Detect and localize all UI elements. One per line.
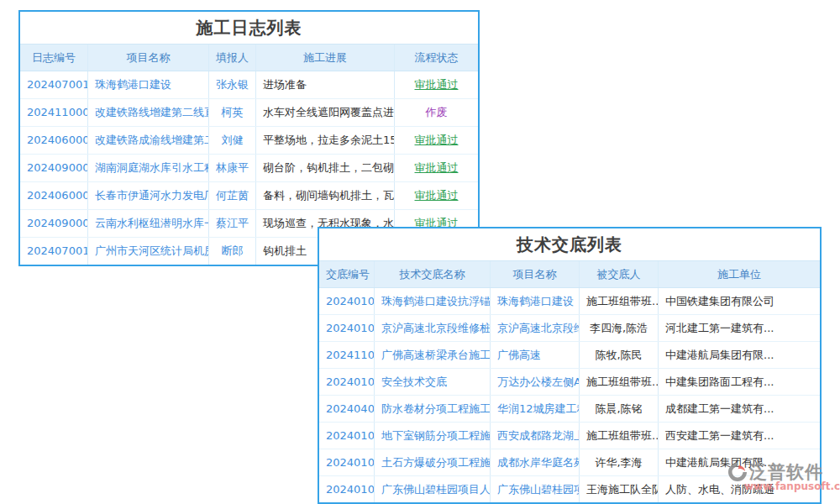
log-id-link[interactable]: 2024110002 [20,99,88,126]
project-name-link[interactable]: 珠海鹤港口建设 [88,71,209,98]
construction-log-title: 施工日志列表 [20,12,478,44]
disclosure-name-link[interactable]: 珠海鹤港口建设抗浮锚杆... [375,288,491,314]
reporter-name: 蔡江平 [209,210,256,237]
disclosure-name-link[interactable]: 安全技术交底 [375,369,491,395]
column-header-disclosure-name: 技术交底名称 [375,261,491,287]
receiver-name: 陈牧,陈民 [580,342,659,368]
disclosure-name-link[interactable]: 京沪高速北京段维修桩帽... [375,315,491,341]
table-row: 2024060005 长春市伊通河水力发电厂... 何芷茵 备料，砌间墙钩机排土… [20,182,478,210]
construction-unit: 河北建工第一建筑有... [659,315,820,341]
reporter-name: 刘健 [209,127,256,154]
column-header-reporter: 填报人 [209,45,256,71]
table-row: 2024010002 地下室钢筋分项工程施工... 西安成都路龙湖上... 施工… [319,423,820,449]
receiver-name: 许华,李海 [580,449,659,475]
log-id-link[interactable]: 2024070011 [20,238,88,265]
column-header-disclosure-id: 交底编号 [319,261,375,287]
column-header-construction-unit: 施工单位 [659,261,820,287]
disclosure-name-link[interactable]: 广东佛山碧桂园项目人防... [375,476,491,502]
column-header-project-name: 项目名称 [491,261,580,287]
reporter-name: 柯英 [209,99,256,126]
table-row: 2024010004 京沪高速北京段维修桩帽... 京沪高速北京段维修 李四海,… [319,315,820,342]
column-header-log-id: 日志编号 [20,45,88,71]
status-badge[interactable]: 作废 [395,99,478,126]
watermark: 泛普软件 www.fanpusoft.com [727,460,840,492]
tech-disclosure-title: 技术交底列表 [319,228,820,260]
construction-unit: 西安建工第一建筑有... [659,423,820,449]
column-header-receiver: 被交底人 [580,261,659,287]
project-name-link[interactable]: 万达办公楼左侧A... [491,369,580,395]
reporter-name: 断郎 [209,238,256,265]
column-header-project-name: 项目名称 [88,45,209,71]
log-id-link[interactable]: 2024070011 [20,71,88,98]
receiver-name: 王海施工队全队 [580,476,659,502]
disclosure-id-link[interactable]: 2024010003 [319,369,375,395]
disclosure-name-link[interactable]: 广佛高速桥梁承台施工技... [375,342,491,368]
disclosure-id-link[interactable]: 2024040001 [319,396,375,422]
disclosure-name-link[interactable]: 防水卷材分项工程施工技... [375,396,491,422]
project-name-link[interactable]: 广佛高速 [491,342,580,368]
progress-text: 平整场地，拉走多余泥土15... [256,127,395,154]
watermark-url-text: www.fanpusoft.com [744,480,840,492]
disclosure-id-link[interactable]: 2024010001 [319,476,375,502]
project-name-link[interactable]: 改建铁路成渝线增建第二... [88,127,209,154]
column-header-progress: 施工进展 [256,45,395,71]
project-name-link[interactable]: 华润12城房建工程... [491,396,580,422]
disclosure-id-link[interactable]: 2024010004 [319,315,375,341]
table-row: 2024010003 安全技术交底 万达办公楼左侧A... 施工班组带班... … [319,369,820,396]
reporter-name: 何芷茵 [209,182,256,209]
construction-unit: 中建港航局集团有限... [659,342,820,368]
table-row: 2024110002 改建铁路线增建第二线直... 柯英 水车对全线遮阳网覆盖点… [20,99,478,127]
table-row: 2024110001 广佛高速桥梁承台施工技... 广佛高速 陈牧,陈民 中建港… [319,342,820,369]
table-row: 2024090009 湖南洞庭湖水库引水工程... 林康平 砌台阶，钩机排土，二… [20,155,478,182]
table-row: 2024040001 防水卷材分项工程施工技... 华润12城房建工程... 陈… [319,396,820,423]
status-badge[interactable]: 审批通过 [395,182,478,209]
receiver-name: 李四海,陈浩 [580,315,659,341]
progress-text: 备料，砌间墙钩机排土，瓦... [256,182,395,209]
disclosure-id-link[interactable]: 2024010003 [319,288,375,314]
log-id-link[interactable]: 2024090009 [20,155,88,181]
receiver-name: 施工班组带班... [580,423,659,449]
disclosure-id-link[interactable]: 2024010002 [319,449,375,475]
disclosure-name-link[interactable]: 地下室钢筋分项工程施工... [375,423,491,449]
project-name-link[interactable]: 广州市天河区统计局机房... [88,238,209,265]
receiver-name: 施工班组带班... [580,288,659,314]
tech-disclosure-header-row: 交底编号 技术交底名称 项目名称 被交底人 施工单位 [319,260,820,288]
construction-unit: 成都建工第一建筑有... [659,396,820,422]
progress-text: 砌台阶，钩机排土，二包砌... [256,155,395,181]
log-id-link[interactable]: 2024060005 [20,182,88,209]
disclosure-name-link[interactable]: 土石方爆破分项工程施工... [375,449,491,475]
project-name-link[interactable]: 长春市伊通河水力发电厂... [88,182,209,209]
status-badge[interactable]: 审批通过 [395,71,478,98]
project-name-link[interactable]: 云南水利枢纽潜明水库一... [88,210,209,237]
log-id-link[interactable]: 2024060006 [20,127,88,154]
construction-unit: 中国铁建集团有限公司 [659,288,820,314]
page: 施工日志列表 日志编号 项目名称 填报人 施工进展 流程状态 202407001… [0,0,840,504]
project-name-link[interactable]: 成都水岸华庭名苑... [491,449,580,475]
project-name-link[interactable]: 珠海鹤港口建设 [491,288,580,314]
receiver-name: 施工班组带班... [580,369,659,395]
project-name-link[interactable]: 京沪高速北京段维修 [491,315,580,341]
status-badge[interactable]: 审批通过 [395,127,478,154]
construction-log-header-row: 日志编号 项目名称 填报人 施工进展 流程状态 [20,44,478,71]
table-row: 2024060006 改建铁路成渝线增建第二... 刘健 平整场地，拉走多余泥土… [20,127,478,155]
log-id-link[interactable]: 2024090009 [20,210,88,237]
project-name-link[interactable]: 湖南洞庭湖水库引水工程... [88,155,209,181]
disclosure-id-link[interactable]: 2024110001 [319,342,375,368]
construction-unit: 中建集团路面工程有... [659,369,820,395]
column-header-flow-status: 流程状态 [395,45,478,71]
progress-text: 水车对全线遮阳网覆盖点进... [256,99,395,126]
progress-text: 进场准备 [256,71,395,98]
project-name-link[interactable]: 广东佛山碧桂园项目 [491,476,580,502]
reporter-name: 张永银 [209,71,256,98]
project-name-link[interactable]: 改建铁路线增建第二线直... [88,99,209,126]
table-row: 2024010003 珠海鹤港口建设抗浮锚杆... 珠海鹤港口建设 施工班组带班… [319,288,820,315]
disclosure-id-link[interactable]: 2024010002 [319,423,375,449]
fanpu-logo-icon [727,462,748,482]
status-badge[interactable]: 审批通过 [395,155,478,181]
project-name-link[interactable]: 西安成都路龙湖上... [491,423,580,449]
reporter-name: 林康平 [209,155,256,181]
table-row: 2024070011 珠海鹤港口建设 张永银 进场准备 审批通过 [20,71,478,99]
receiver-name: 陈晨,陈铭 [580,396,659,422]
